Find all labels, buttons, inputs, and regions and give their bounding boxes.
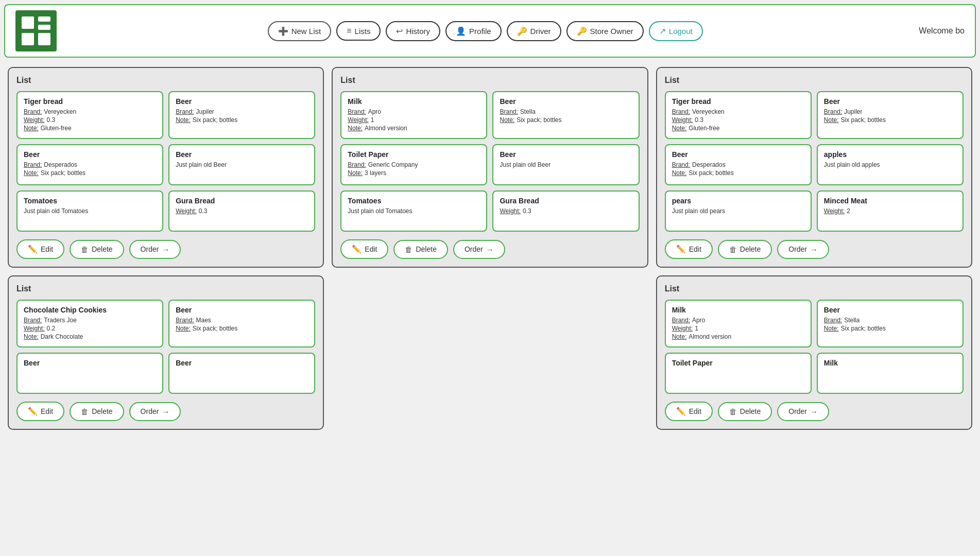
item-detail: Weight:0.3 [672, 116, 804, 124]
items-grid: Chocolate Chip CookiesBrand:Traders JoeW… [16, 300, 315, 394]
item-card: TomatoesJust plain old Tomatoes [16, 190, 163, 232]
item-name: Milk [824, 359, 956, 367]
item-card: Chocolate Chip CookiesBrand:Traders JoeW… [16, 300, 163, 348]
list-card: ListChocolate Chip CookiesBrand:Traders … [8, 275, 324, 430]
detail-label: Brand: [500, 108, 518, 115]
lists-button[interactable]: ≡ Lists [336, 21, 381, 41]
item-detail: Note:Six pack; bottles [176, 116, 308, 124]
profile-icon: 👤 [456, 26, 466, 36]
item-detail: Brand:Vereyecken [672, 108, 804, 115]
edit-button[interactable]: ✏️Edit [665, 402, 713, 421]
detail-value: Just plain old apples [824, 161, 880, 168]
edit-button[interactable]: ✏️Edit [340, 239, 388, 259]
arrow-icon: → [810, 407, 818, 416]
store-owner-button[interactable]: 🔑 Store Owner [566, 21, 644, 41]
detail-label: Note: [500, 116, 514, 124]
item-card: pearsJust plain old pears [665, 190, 812, 232]
detail-value: Almond version [365, 125, 407, 132]
detail-value: Six pack; bottles [41, 169, 85, 177]
detail-value: 3 layers [365, 169, 386, 177]
edit-button[interactable]: ✏️Edit [16, 402, 64, 421]
delete-button[interactable]: 🗑Delete [718, 240, 772, 259]
detail-value: Vereyecken [44, 108, 76, 115]
edit-icon: ✏️ [676, 407, 686, 416]
item-detail: Note:Gluten-free [24, 125, 156, 132]
item-card: MilkBrand:AproWeight:1Note:Almond versio… [665, 300, 812, 348]
items-grid: Tiger breadBrand:VereyeckenWeight:0.3Not… [665, 91, 964, 232]
list-actions: ✏️Edit🗑DeleteOrder→ [340, 239, 639, 259]
detail-label: Weight: [24, 325, 44, 332]
order-button[interactable]: Order→ [453, 240, 505, 259]
new-list-button[interactable]: ➕ New List [268, 21, 332, 41]
detail-value: Just plain old Tomatoes [348, 207, 412, 215]
item-detail: Note:Six pack; bottles [672, 169, 804, 177]
detail-value: Just plain old pears [672, 207, 725, 215]
detail-label: Weight: [672, 325, 693, 332]
item-name: apples [824, 150, 956, 159]
item-detail: Note:Almond version [348, 125, 480, 132]
item-card: MilkBrand:AproWeight:1Note:Almond versio… [340, 91, 487, 139]
logout-button[interactable]: ↗ Logout [649, 21, 703, 41]
item-card: TomatoesJust plain old Tomatoes [340, 190, 487, 232]
detail-label: Note: [24, 333, 39, 340]
detail-label: Brand: [672, 317, 690, 324]
driver-icon: 🔑 [517, 26, 527, 36]
detail-value: Generic Company [368, 161, 418, 168]
order-button[interactable]: Order→ [777, 240, 829, 259]
order-button[interactable]: Order→ [777, 402, 829, 421]
item-detail: Note:Six pack; bottles [500, 116, 632, 124]
detail-label: Weight: [24, 116, 44, 124]
list-card: ListTiger breadBrand:VereyeckenWeight:0.… [656, 67, 972, 268]
item-detail: Brand:Apro [672, 317, 804, 324]
detail-value: 0.3 [695, 116, 703, 124]
delete-button[interactable]: 🗑Delete [70, 240, 124, 259]
arrow-icon: → [486, 245, 494, 254]
detail-value: 0.3 [523, 207, 531, 215]
detail-label: Note: [672, 169, 687, 177]
arrow-icon: → [162, 407, 169, 416]
detail-label: Note: [672, 125, 687, 132]
item-detail: Note:Dark Chocolate [24, 333, 156, 340]
item-detail: Note:Six pack; bottles [824, 116, 956, 124]
edit-button[interactable]: ✏️Edit [16, 239, 64, 259]
item-name: Milk [348, 97, 480, 106]
svg-rect-0 [22, 16, 34, 29]
svg-rect-2 [38, 16, 50, 22]
item-detail: Brand:Jupiler [176, 108, 308, 115]
detail-value: Almond version [689, 333, 731, 340]
list-title: List [16, 76, 315, 85]
item-name: Beer [672, 150, 804, 159]
edit-button[interactable]: ✏️Edit [665, 239, 713, 259]
history-button[interactable]: ↩ History [386, 21, 440, 41]
item-name: Beer [824, 97, 956, 106]
top-lists-grid: ListTiger breadBrand:VereyeckenWeight:0.… [8, 67, 972, 268]
detail-value: Six pack; bottles [689, 169, 733, 177]
detail-value: 1 [695, 325, 698, 332]
profile-button[interactable]: 👤 Profile [445, 21, 502, 41]
item-detail: Brand:Vereyecken [24, 108, 156, 115]
items-grid: MilkBrand:AproWeight:1Note:Almond versio… [340, 91, 639, 232]
item-detail: Weight:0.3 [24, 116, 156, 124]
item-name: pears [672, 197, 804, 205]
item-card: BeerBrand:JupilerNote:Six pack; bottles [817, 91, 964, 139]
list-card: ListMilkBrand:AproWeight:1Note:Almond ve… [332, 67, 648, 268]
detail-label: Brand: [176, 317, 194, 324]
driver-button[interactable]: 🔑 Driver [507, 21, 561, 41]
item-card: Toilet Paper [665, 353, 812, 394]
item-name: Beer [24, 359, 156, 367]
item-detail: Note:Almond version [672, 333, 804, 340]
delete-icon: 🗑 [729, 245, 737, 254]
order-button[interactable]: Order→ [129, 402, 181, 421]
item-card: Milk [817, 353, 964, 394]
detail-label: Weight: [348, 116, 368, 124]
detail-value: Six pack; bottles [517, 116, 561, 124]
delete-button[interactable]: 🗑Delete [718, 402, 772, 421]
item-name: Beer [176, 359, 308, 367]
item-detail: Brand:Generic Company [348, 161, 480, 168]
item-card: Gura BreadWeight:0.3 [168, 190, 315, 232]
delete-button[interactable]: 🗑Delete [393, 240, 448, 259]
delete-button[interactable]: 🗑Delete [70, 402, 124, 421]
detail-label: Note: [24, 125, 39, 132]
detail-value: Just plain old Beer [500, 161, 551, 168]
order-button[interactable]: Order→ [129, 240, 181, 259]
